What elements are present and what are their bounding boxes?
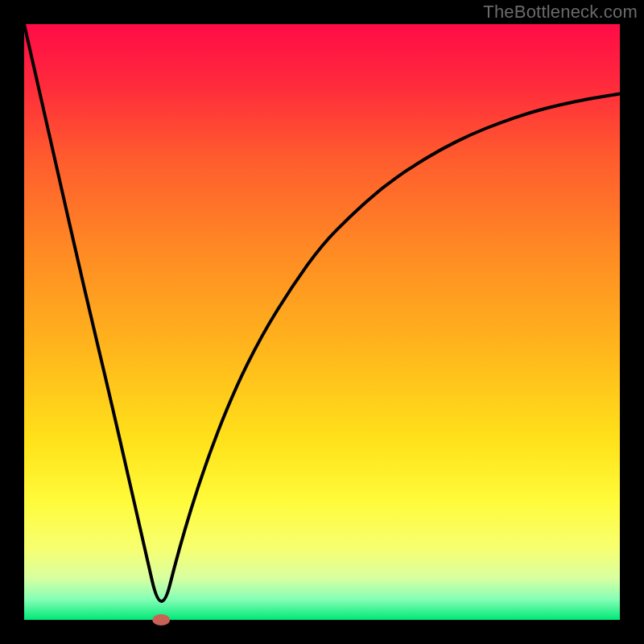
optimal-point-marker: [152, 614, 170, 625]
chart-frame: TheBottleneck.com: [0, 0, 644, 644]
watermark-text: TheBottleneck.com: [483, 2, 638, 23]
chart-svg: [0, 0, 644, 644]
